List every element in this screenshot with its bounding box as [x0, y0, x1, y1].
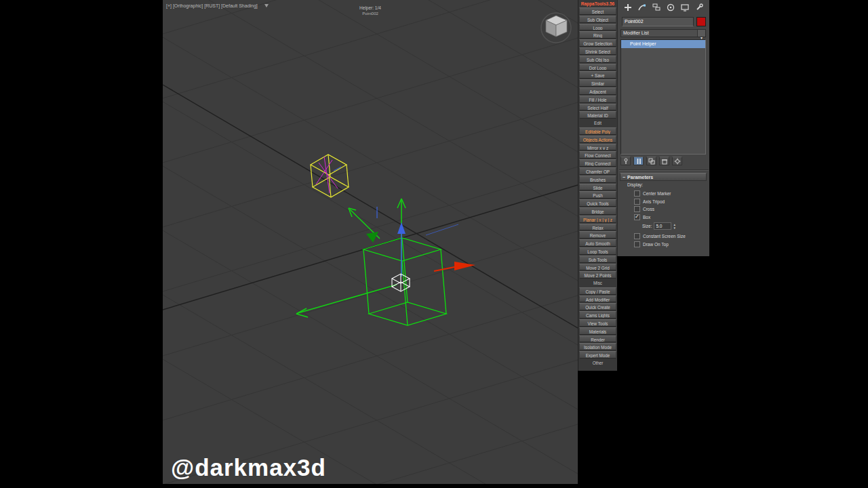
rappatools-button[interactable]: Material ID — [579, 111, 616, 119]
rappatools-button[interactable]: Relax — [579, 224, 616, 231]
modifier-list-dropdown[interactable]: Modifier List — [620, 29, 706, 37]
rappatools-button[interactable]: Editable Poly — [579, 127, 616, 135]
rappatools-button[interactable]: Select Half — [579, 104, 616, 111]
viewport-label[interactable]: [+] [Orthographic] [RUST] [Default Shadi… — [166, 3, 258, 9]
rappatools-button[interactable]: Push — [579, 191, 616, 199]
parameter-checkbox-row[interactable]: Box — [634, 214, 709, 222]
checkbox-label: Constant Screen Size — [643, 234, 686, 239]
rappatools-button[interactable]: Fill / Hole — [579, 96, 616, 103]
checkbox[interactable] — [634, 190, 640, 197]
parameter-checkbox-row[interactable]: Constant Screen Size — [634, 232, 709, 241]
create-tab-icon[interactable] — [622, 2, 633, 13]
checkbox-label: Cross — [643, 207, 654, 211]
rappatools-button[interactable]: Mirror x y z — [579, 144, 616, 151]
rappatools-button[interactable]: Quick Create — [579, 303, 616, 310]
object-name-input[interactable]: Point002 — [622, 17, 694, 26]
remove-modifier-icon[interactable] — [659, 157, 669, 165]
viewport[interactable]: [+] [Orthographic] [RUST] [Default Shadi… — [163, 0, 578, 484]
rappatools-button[interactable]: Select — [579, 7, 616, 15]
rappatools-button[interactable]: Bridge — [579, 207, 616, 215]
rappatools-button[interactable]: Edit — [579, 119, 616, 127]
helper-status-text: Helper: 1/4 — [359, 5, 381, 11]
grid-minor-lines — [163, 0, 578, 484]
rappatools-button[interactable]: Quick Tools — [579, 199, 616, 207]
rappatools-button[interactable]: Planar | x | y | z — [579, 216, 616, 223]
rappatools-button[interactable]: Dot Loop — [579, 64, 616, 71]
rappatools-button[interactable]: Move 2 Grid — [579, 264, 616, 271]
rappatools-title: RappaTools3.56 — [578, 0, 617, 7]
configure-modifier-icon[interactable] — [672, 157, 682, 165]
modifier-stack[interactable]: Point Helper — [620, 39, 706, 155]
parameter-checkbox-row[interactable]: Center Marker — [634, 190, 709, 198]
rappatools-button[interactable]: Cams Lights — [579, 311, 616, 319]
rappatools-button[interactable]: + Save — [579, 71, 616, 79]
rappatools-button[interactable]: Brushes — [579, 176, 616, 183]
helper-tripod-magenta — [316, 157, 338, 193]
rappatools-button[interactable]: Loop — [579, 24, 616, 31]
rappatools-button[interactable]: Adjacent — [579, 87, 616, 95]
checkbox-label: Axis Tripod — [643, 199, 665, 204]
rappatools-button[interactable]: Flow Connect — [579, 151, 616, 159]
rappatools-button[interactable]: Grow Selection — [579, 39, 616, 47]
rappatools-button[interactable]: Other — [579, 359, 616, 367]
rappatools-button[interactable]: Slide — [579, 184, 616, 191]
view-cube[interactable] — [541, 13, 571, 43]
rappatools-button[interactable]: Similar — [579, 79, 616, 87]
parameters-rollout-header[interactable]: Parameters — [620, 173, 707, 181]
size-value-input[interactable]: 5.0 — [654, 222, 671, 230]
checkbox[interactable] — [634, 233, 640, 239]
rappatools-button[interactable]: Sub Obj Iso — [579, 56, 616, 63]
display-tab-icon[interactable] — [679, 2, 690, 13]
show-end-result-icon[interactable] — [633, 157, 644, 165]
rappatools-button[interactable]: Misc — [579, 279, 616, 287]
rappatools-button[interactable]: Auto Smooth — [579, 239, 616, 247]
rappatools-button[interactable]: Render — [579, 336, 616, 343]
rappatools-button[interactable]: Move 2 Points — [579, 271, 616, 279]
rappatools-button[interactable]: Copy / Paste — [579, 287, 616, 295]
gizmo-plane-handle-green[interactable] — [366, 232, 378, 243]
command-panel: Point002 Modifier List Point Helper Para… — [617, 0, 709, 256]
modify-tab-icon[interactable] — [636, 2, 648, 13]
rappatools-button[interactable]: Isolation Mode — [579, 343, 616, 350]
checkbox[interactable] — [634, 206, 640, 212]
rappatools-button[interactable]: Ring — [579, 31, 616, 39]
parameter-checkbox-row[interactable]: Axis Tripod — [634, 198, 709, 206]
watermark-text: @darkmax3d — [171, 454, 326, 481]
rappatools-button[interactable]: Sub Tools — [579, 256, 616, 263]
size-spinner[interactable] — [673, 223, 675, 230]
parameter-checkbox-row[interactable]: Draw On Top — [634, 241, 709, 249]
rappatools-button[interactable]: Loop Tools — [579, 247, 616, 255]
display-group-label: Display: — [627, 182, 643, 187]
viewport-menu-arrow-icon[interactable] — [264, 4, 269, 7]
parameter-checkbox-row[interactable]: Cross — [634, 205, 709, 214]
rappatools-button[interactable]: Remove — [579, 231, 616, 239]
rappatools-button[interactable]: Objects Actions — [579, 136, 616, 143]
rappatools-panel: RappaTools3.56 SelectSub ObjectLoopRingG… — [578, 0, 617, 371]
rappatools-button[interactable]: Expert Mode — [579, 351, 616, 359]
rollout-collapse-icon[interactable] — [623, 175, 625, 180]
rappatools-button[interactable]: Chamfer OP — [579, 167, 616, 175]
checkbox[interactable] — [634, 214, 640, 220]
pin-stack-icon[interactable] — [620, 157, 631, 165]
spinner-down-icon[interactable] — [673, 226, 675, 230]
rappatools-button[interactable]: Add Modifier — [579, 296, 616, 303]
motion-tab-icon[interactable] — [665, 2, 676, 13]
viewport-canvas[interactable]: [+] [Orthographic] [RUST] [Default Shadi… — [163, 0, 578, 484]
selected-cube[interactable] — [363, 238, 446, 325]
object-color-swatch[interactable] — [696, 17, 706, 26]
checkbox-label: Box — [643, 215, 650, 220]
hierarchy-tab-icon[interactable] — [650, 2, 662, 13]
modifier-stack-item[interactable]: Point Helper — [621, 40, 705, 48]
checkbox-label: Center Marker — [643, 191, 671, 196]
checkbox[interactable] — [634, 199, 640, 205]
rappatools-button[interactable]: Ring Connect — [579, 159, 616, 167]
dropdown-arrow-icon[interactable] — [697, 30, 705, 37]
move-gizmo[interactable] — [296, 199, 475, 317]
rappatools-button[interactable]: Shrink Select — [579, 47, 616, 55]
rappatools-button[interactable]: Sub Object — [579, 16, 616, 23]
make-unique-icon[interactable] — [646, 157, 656, 165]
rappatools-button[interactable]: View Tools — [579, 319, 616, 327]
rappatools-button[interactable]: Materials — [579, 327, 616, 335]
utilities-tab-icon[interactable] — [693, 2, 705, 13]
checkbox[interactable] — [634, 241, 640, 247]
